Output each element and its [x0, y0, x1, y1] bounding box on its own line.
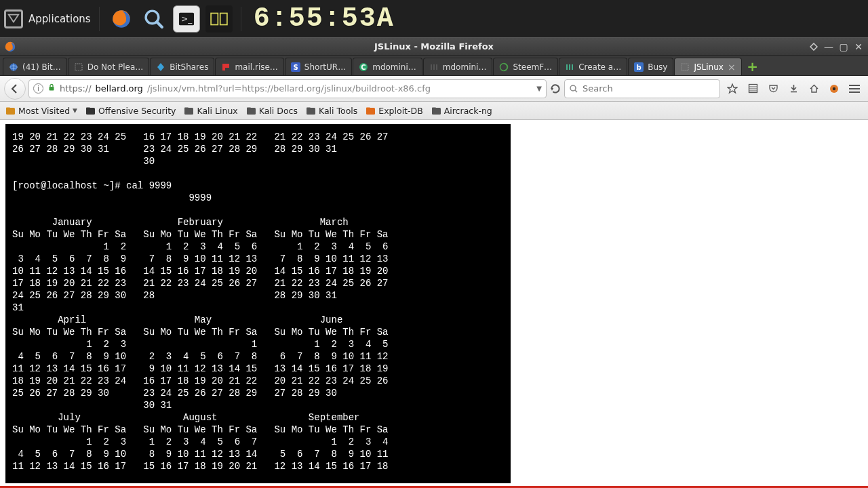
bookmarks-toolbar: Most Visited▼Offensive SecurityKali Linu… — [0, 102, 868, 120]
terminal-output[interactable]: 19 20 21 22 23 24 25 16 17 18 19 20 21 2… — [5, 124, 511, 483]
reload-button[interactable] — [549, 83, 561, 95]
lock-icon — [47, 83, 56, 94]
tab[interactable]: SteemF… — [493, 58, 558, 75]
panel-clock: 6:55:53A — [254, 3, 395, 34]
tab[interactable]: Cmdomini… — [353, 58, 422, 75]
applications-menu[interactable]: Applications — [28, 13, 91, 25]
bookmark-label: Most Visited — [18, 106, 70, 116]
tab[interactable]: (41) Bit… — [3, 58, 67, 75]
tab-label: BitShares — [170, 62, 208, 72]
tab-label: mdomini… — [372, 62, 416, 72]
tab[interactable]: Create a… — [559, 58, 627, 75]
terminal-launcher-icon[interactable]: >_ — [173, 5, 200, 33]
url-bar[interactable]: i https://bellard.org/jslinux/vm.html?ur… — [28, 79, 547, 98]
tab-strip: (41) Bit…Do Not Plea…BitSharesmail.rise…… — [0, 56, 868, 76]
magnifier-launcher-icon[interactable] — [140, 5, 167, 33]
tab[interactable]: mdomini… — [423, 58, 493, 75]
tab-favicon — [565, 62, 574, 72]
firefox-launcher-icon[interactable] — [108, 5, 135, 33]
bookmark-label: Offensive Security — [98, 106, 176, 116]
bookmark-item[interactable]: Kali Linux — [184, 106, 237, 116]
tab[interactable]: Do Not Plea… — [68, 58, 150, 75]
tab-favicon — [499, 62, 509, 72]
window-close-button[interactable]: ✕ — [853, 41, 864, 52]
tab-label: Busy — [648, 62, 667, 72]
bookmark-icon — [306, 106, 316, 116]
tab-favicon — [680, 62, 690, 72]
url-host: bellard.org — [96, 83, 143, 94]
tab-favicon — [9, 62, 18, 72]
svg-marker-14 — [157, 63, 164, 71]
tab-close-icon[interactable]: × — [728, 62, 736, 73]
url-path: /jslinux/vm.html?url=https://bellard.org… — [147, 83, 431, 94]
tab-label: mail.rise… — [235, 62, 277, 72]
tab-favicon: b — [634, 62, 644, 72]
tab[interactable]: JSLinux× — [674, 58, 741, 75]
tab-label: Do Not Plea… — [87, 62, 144, 72]
tab[interactable]: bBusy — [628, 58, 673, 75]
navigation-toolbar: i https://bellard.org/jslinux/vm.html?ur… — [0, 76, 868, 102]
svg-rect-31 — [50, 87, 54, 91]
hamburger-menu-icon[interactable] — [848, 82, 861, 96]
svg-point-42 — [833, 87, 835, 89]
svg-rect-56 — [432, 107, 436, 109]
window-minimize-button[interactable]: — — [823, 41, 834, 52]
tab[interactable]: mail.rise… — [215, 58, 283, 75]
bookmark-icon — [246, 106, 256, 116]
svg-rect-6 — [211, 13, 218, 24]
tab-label: JSLinux — [694, 62, 724, 72]
page-content: 19 20 21 22 23 24 25 16 17 18 19 20 21 2… — [0, 120, 868, 486]
bookmark-item[interactable]: Kali Tools — [306, 106, 357, 116]
bookmark-icon — [85, 106, 96, 116]
svg-text:>_: >_ — [181, 14, 193, 24]
tab[interactable]: BitShares — [150, 58, 214, 75]
bookmark-item[interactable]: Most Visited▼ — [5, 106, 77, 116]
bookmark-label: Kali Tools — [319, 106, 357, 116]
search-bar[interactable] — [564, 79, 720, 98]
addon-icon[interactable] — [827, 82, 841, 96]
svg-marker-32 — [551, 87, 553, 90]
svg-rect-23 — [436, 64, 437, 70]
system-menu-icon[interactable] — [4, 9, 23, 28]
bookmark-star-icon[interactable] — [726, 82, 739, 96]
new-tab-button[interactable]: + — [745, 59, 760, 74]
window-maximize-button[interactable]: ▢ — [838, 41, 849, 52]
window-pin-button[interactable] — [808, 41, 819, 52]
bookmark-item[interactable]: Exploit-DB — [366, 106, 422, 116]
downloads-icon[interactable] — [787, 82, 800, 96]
svg-text:C: C — [361, 63, 366, 70]
svg-rect-30 — [682, 64, 688, 70]
svg-rect-7 — [220, 13, 226, 24]
sidebar-icon[interactable] — [746, 82, 760, 96]
bookmark-item[interactable]: Aircrack-ng — [431, 106, 492, 116]
url-dropdown-icon[interactable]: ▼ — [536, 85, 542, 92]
tab-favicon — [221, 62, 231, 72]
tab-label: SteemF… — [513, 62, 552, 72]
bookmark-icon — [5, 106, 16, 116]
tab-favicon — [429, 62, 439, 72]
url-scheme: https:// — [60, 83, 92, 94]
tab[interactable]: SShortUR… — [285, 58, 352, 75]
back-button[interactable] — [4, 78, 26, 100]
home-icon[interactable] — [807, 82, 821, 96]
tab-favicon: C — [359, 62, 368, 72]
window-titlebar: JSLinux - Mozilla Firefox — ▢ ✕ — [0, 37, 868, 56]
bookmark-item[interactable]: Offensive Security — [85, 106, 176, 116]
svg-text:b: b — [637, 63, 642, 70]
svg-rect-44 — [6, 107, 10, 109]
bookmark-icon — [184, 106, 194, 116]
svg-rect-21 — [431, 64, 432, 70]
svg-line-3 — [157, 22, 162, 27]
search-input[interactable] — [583, 83, 715, 94]
bookmark-label: Exploit-DB — [378, 106, 422, 116]
pocket-icon[interactable] — [766, 82, 780, 96]
svg-rect-25 — [566, 64, 568, 70]
chevron-down-icon: ▼ — [73, 107, 77, 114]
bookmark-item[interactable]: Kali Docs — [246, 106, 298, 116]
tab-label: ShortUR… — [304, 62, 346, 72]
svg-rect-48 — [184, 107, 189, 109]
tab-label: (41) Bit… — [22, 62, 61, 72]
svg-rect-26 — [569, 64, 570, 70]
site-info-icon[interactable]: i — [33, 83, 43, 94]
workspace-launcher-icon[interactable] — [205, 5, 233, 33]
